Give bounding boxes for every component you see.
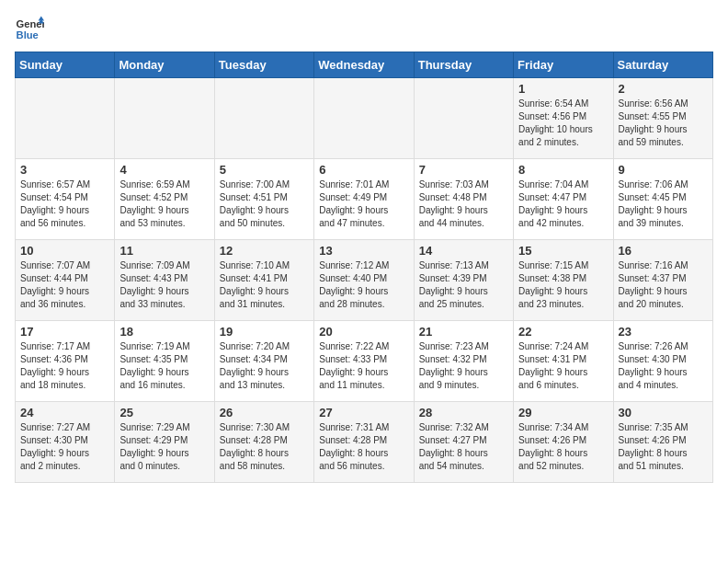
day-number: 14 [419,244,508,258]
day-info: Sunrise: 7:06 AM Sunset: 4:45 PM Dayligh… [619,178,708,230]
day-info: Sunrise: 7:00 AM Sunset: 4:51 PM Dayligh… [220,178,309,230]
day-number: 5 [220,163,309,177]
day-info: Sunrise: 7:19 AM Sunset: 4:35 PM Dayligh… [119,340,209,392]
day-info: Sunrise: 7:29 AM Sunset: 4:29 PM Dayligh… [119,421,209,473]
svg-text:Blue: Blue [17,29,39,40]
day-info: Sunrise: 7:07 AM Sunset: 4:44 PM Dayligh… [20,259,109,311]
calendar-cell: 20Sunrise: 7:22 AM Sunset: 4:33 PM Dayli… [314,321,414,402]
calendar-cell: 26Sunrise: 7:30 AM Sunset: 4:28 PM Dayli… [214,402,313,483]
day-info: Sunrise: 6:54 AM Sunset: 4:56 PM Dayligh… [518,98,608,149]
calendar-cell [115,78,214,159]
calendar-cell: 28Sunrise: 7:32 AM Sunset: 4:27 PM Dayli… [414,402,513,483]
calendar-cell: 5Sunrise: 7:00 AM Sunset: 4:51 PM Daylig… [214,159,313,240]
day-info: Sunrise: 6:57 AM Sunset: 4:54 PM Dayligh… [20,178,109,230]
day-number: 18 [119,325,209,339]
day-number: 1 [518,82,608,96]
logo: General Blue [15,15,48,44]
calendar-cell: 2Sunrise: 6:56 AM Sunset: 4:55 PM Daylig… [613,78,712,159]
calendar-cell [214,78,313,159]
day-number: 12 [220,244,309,258]
calendar-cell: 1Sunrise: 6:54 AM Sunset: 4:56 PM Daylig… [514,78,613,159]
day-info: Sunrise: 7:09 AM Sunset: 4:43 PM Dayligh… [119,259,209,311]
weekday-header-tuesday: Tuesday [214,52,313,78]
calendar-table: SundayMondayTuesdayWednesdayThursdayFrid… [15,52,713,483]
calendar-cell: 15Sunrise: 7:15 AM Sunset: 4:38 PM Dayli… [514,240,613,321]
day-info: Sunrise: 7:32 AM Sunset: 4:27 PM Dayligh… [419,421,508,473]
calendar-cell: 4Sunrise: 6:59 AM Sunset: 4:52 PM Daylig… [115,159,214,240]
day-info: Sunrise: 7:17 AM Sunset: 4:36 PM Dayligh… [20,340,109,392]
calendar-cell: 9Sunrise: 7:06 AM Sunset: 4:45 PM Daylig… [613,159,712,240]
day-number: 16 [619,244,708,258]
calendar-cell: 14Sunrise: 7:13 AM Sunset: 4:39 PM Dayli… [414,240,513,321]
day-number: 3 [20,163,109,177]
weekday-header-monday: Monday [115,52,214,78]
calendar-cell: 7Sunrise: 7:03 AM Sunset: 4:48 PM Daylig… [414,159,513,240]
weekday-header-wednesday: Wednesday [314,52,414,78]
calendar-cell: 22Sunrise: 7:24 AM Sunset: 4:31 PM Dayli… [514,321,613,402]
day-info: Sunrise: 7:13 AM Sunset: 4:39 PM Dayligh… [419,259,508,311]
calendar-cell: 6Sunrise: 7:01 AM Sunset: 4:49 PM Daylig… [314,159,414,240]
day-info: Sunrise: 7:22 AM Sunset: 4:33 PM Dayligh… [319,340,408,392]
day-number: 27 [319,406,408,419]
calendar-cell: 30Sunrise: 7:35 AM Sunset: 4:26 PM Dayli… [613,402,712,483]
calendar-cell: 25Sunrise: 7:29 AM Sunset: 4:29 PM Dayli… [115,402,214,483]
day-number: 15 [518,244,608,258]
day-info: Sunrise: 7:23 AM Sunset: 4:32 PM Dayligh… [419,340,508,392]
day-number: 11 [119,244,209,258]
day-number: 24 [20,406,109,419]
day-info: Sunrise: 7:12 AM Sunset: 4:40 PM Dayligh… [319,259,408,311]
day-number: 2 [619,82,708,96]
day-number: 10 [20,244,109,258]
day-info: Sunrise: 7:03 AM Sunset: 4:48 PM Dayligh… [419,178,508,230]
day-info: Sunrise: 7:30 AM Sunset: 4:28 PM Dayligh… [220,421,309,473]
weekday-header-thursday: Thursday [414,52,513,78]
day-number: 25 [119,406,209,419]
day-number: 17 [20,325,109,339]
day-number: 29 [518,406,608,419]
day-number: 23 [619,325,708,339]
calendar-cell: 8Sunrise: 7:04 AM Sunset: 4:47 PM Daylig… [514,159,613,240]
calendar-cell: 17Sunrise: 7:17 AM Sunset: 4:36 PM Dayli… [16,321,115,402]
logo-icon: General Blue [15,15,44,44]
header: General Blue [15,15,713,44]
day-number: 26 [220,406,309,419]
day-number: 9 [619,163,708,177]
calendar-cell: 12Sunrise: 7:10 AM Sunset: 4:41 PM Dayli… [214,240,313,321]
day-number: 22 [518,325,608,339]
day-number: 6 [319,163,408,177]
calendar-cell: 3Sunrise: 6:57 AM Sunset: 4:54 PM Daylig… [16,159,115,240]
day-number: 8 [518,163,608,177]
calendar-cell: 18Sunrise: 7:19 AM Sunset: 4:35 PM Dayli… [115,321,214,402]
day-info: Sunrise: 7:27 AM Sunset: 4:30 PM Dayligh… [20,421,109,473]
day-number: 4 [119,163,209,177]
day-info: Sunrise: 7:04 AM Sunset: 4:47 PM Dayligh… [518,178,608,230]
calendar-cell: 11Sunrise: 7:09 AM Sunset: 4:43 PM Dayli… [115,240,214,321]
calendar-week-1: 1Sunrise: 6:54 AM Sunset: 4:56 PM Daylig… [16,78,713,159]
calendar-cell: 13Sunrise: 7:12 AM Sunset: 4:40 PM Dayli… [314,240,414,321]
day-info: Sunrise: 7:26 AM Sunset: 4:30 PM Dayligh… [619,340,708,392]
calendar-cell [16,78,115,159]
day-number: 20 [319,325,408,339]
day-info: Sunrise: 7:20 AM Sunset: 4:34 PM Dayligh… [220,340,309,392]
calendar-cell: 27Sunrise: 7:31 AM Sunset: 4:28 PM Dayli… [314,402,414,483]
day-info: Sunrise: 7:34 AM Sunset: 4:26 PM Dayligh… [518,421,608,473]
calendar-week-2: 3Sunrise: 6:57 AM Sunset: 4:54 PM Daylig… [16,159,713,240]
calendar-cell: 19Sunrise: 7:20 AM Sunset: 4:34 PM Dayli… [214,321,313,402]
weekday-header-sunday: Sunday [16,52,115,78]
day-number: 7 [419,163,508,177]
day-info: Sunrise: 7:10 AM Sunset: 4:41 PM Dayligh… [220,259,309,311]
day-info: Sunrise: 7:16 AM Sunset: 4:37 PM Dayligh… [619,259,708,311]
day-info: Sunrise: 7:31 AM Sunset: 4:28 PM Dayligh… [319,421,408,473]
calendar-cell: 24Sunrise: 7:27 AM Sunset: 4:30 PM Dayli… [16,402,115,483]
day-number: 19 [220,325,309,339]
calendar-cell: 29Sunrise: 7:34 AM Sunset: 4:26 PM Dayli… [514,402,613,483]
day-number: 30 [619,406,708,419]
day-info: Sunrise: 6:59 AM Sunset: 4:52 PM Dayligh… [119,178,209,230]
day-info: Sunrise: 6:56 AM Sunset: 4:55 PM Dayligh… [619,98,708,149]
calendar-week-4: 17Sunrise: 7:17 AM Sunset: 4:36 PM Dayli… [16,321,713,402]
calendar-header: SundayMondayTuesdayWednesdayThursdayFrid… [16,52,713,78]
calendar-week-3: 10Sunrise: 7:07 AM Sunset: 4:44 PM Dayli… [16,240,713,321]
day-number: 21 [419,325,508,339]
day-info: Sunrise: 7:35 AM Sunset: 4:26 PM Dayligh… [619,421,708,473]
weekday-header-saturday: Saturday [613,52,712,78]
